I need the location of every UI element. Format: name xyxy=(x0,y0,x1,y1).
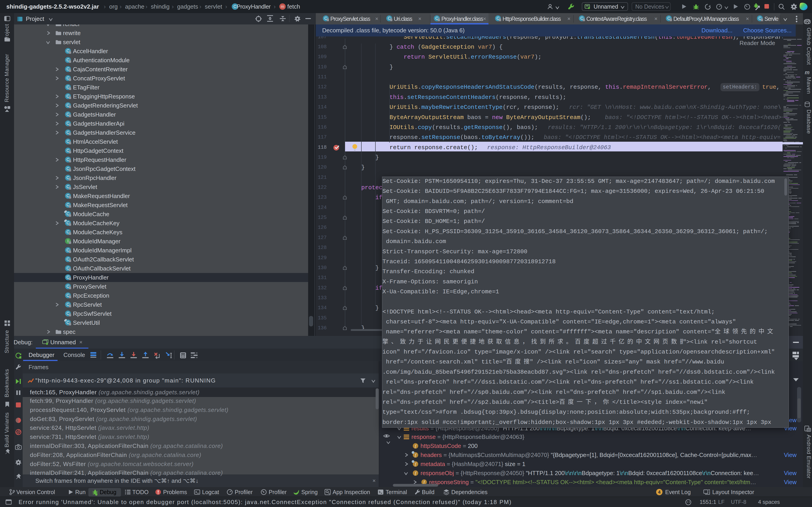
svg-text:C: C xyxy=(234,4,237,9)
svg-text:I: I xyxy=(67,239,68,243)
svg-text:m: m xyxy=(281,4,284,9)
